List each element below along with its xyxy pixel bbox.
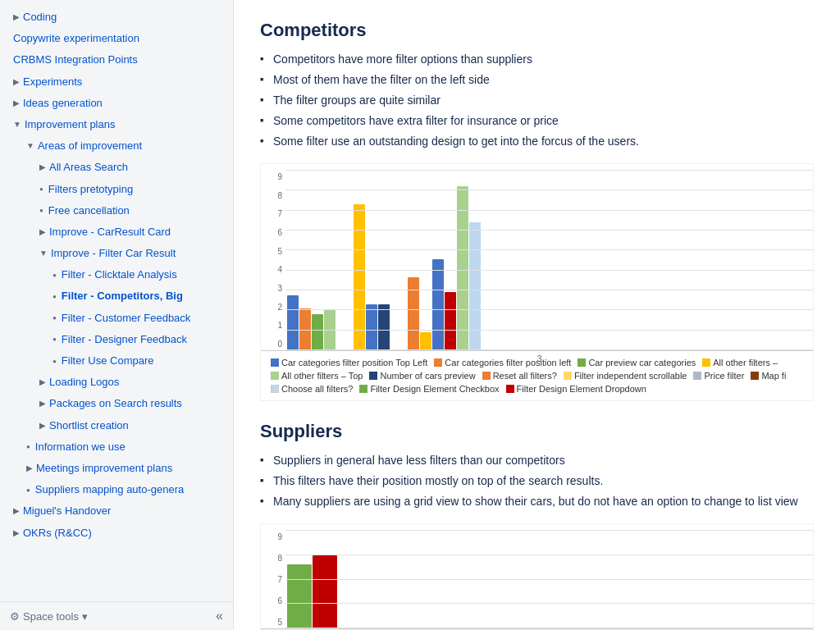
expand-icon: ▶ — [13, 527, 20, 539]
sidebar-item-areas-of-improvement[interactable]: ▼ Areas of improvement — [0, 135, 233, 157]
bar — [445, 292, 456, 350]
collapse-icon: ▼ — [39, 248, 48, 259]
legend-item: Price filter — [693, 371, 744, 381]
bar-group-1 — [287, 295, 336, 350]
sidebar-item-loading-logos[interactable]: ▶ Loading Logos — [0, 372, 233, 393]
main-content: Competitors Competitors have more filter… — [234, 0, 840, 630]
sidebar-item-information-we-use[interactable]: ● Information we use — [0, 436, 233, 458]
sidebar-item-meetings[interactable]: ▶ Meetings improvement plans — [0, 458, 233, 479]
bar — [313, 555, 337, 628]
legend-color — [564, 372, 572, 380]
expand-icon: ▶ — [39, 398, 46, 409]
bar — [354, 204, 365, 350]
legend-item: Filter independent scrollable — [564, 371, 687, 381]
bullet-item: Competitors have more filter options tha… — [260, 51, 814, 68]
legend-color — [702, 358, 710, 367]
expand-icon: ▶ — [13, 98, 20, 109]
legend-item: Choose all filters? — [271, 384, 353, 394]
expand-icon: ▶ — [26, 463, 33, 474]
bar — [366, 304, 377, 350]
legend-item: All other filters – Top — [271, 371, 363, 381]
bar — [432, 259, 444, 350]
legend-item: Number of cars preview — [369, 371, 475, 381]
sidebar-item-copywrite[interactable]: Copywrite experimentation — [0, 28, 233, 49]
space-tools-button[interactable]: ⚙ Space tools ▾ — [10, 610, 88, 623]
bullet-item: This filters have their position mostly … — [260, 472, 814, 490]
legend-color — [434, 358, 442, 367]
collapse-icon: ▼ — [13, 119, 21, 130]
sidebar-item-filters-pretotyping[interactable]: ● Filters pretotyping — [0, 179, 233, 200]
legend-item: Filter Design Element Dropdown — [506, 384, 646, 394]
suppliers-chart: 9 8 7 6 5 — [260, 523, 814, 630]
bar — [287, 564, 312, 628]
space-tools-icon: ⚙ — [10, 610, 20, 623]
collapse-sidebar-button[interactable]: « — [216, 609, 223, 623]
expand-icon: ▶ — [13, 11, 20, 23]
chart2-bars-area: 9 8 7 6 5 — [261, 531, 813, 629]
bar — [469, 222, 481, 350]
bullet-item: Some competitors have extra filter for i… — [260, 112, 814, 130]
sidebar-item-filter-customer[interactable]: ● Filter - Customer Feedback — [0, 308, 233, 329]
bullet-icon: ● — [52, 335, 57, 344]
bullet-item: Suppliers in general have less filters t… — [260, 452, 814, 469]
sidebar-item-okrs[interactable]: ▶ OKRs (R&CC) — [0, 523, 233, 544]
legend-item: Filter Design Element Checkbox — [359, 384, 499, 394]
expand-icon: ▶ — [39, 377, 46, 388]
competitors-chart: 9 8 7 6 5 4 3 2 1 0 — [260, 163, 814, 401]
sidebar-item-filter-designer[interactable]: ● Filter - Designer Feedback — [0, 329, 233, 350]
chevron-down-icon: ▾ — [82, 610, 88, 623]
bar-group-2 — [354, 204, 390, 350]
expand-icon: ▶ — [39, 226, 46, 238]
bullet-icon: ● — [52, 271, 57, 280]
expand-icon: ▶ — [13, 505, 20, 517]
sidebar-item-ideas-generation[interactable]: ▶ Ideas generation — [0, 93, 233, 114]
legend-color — [271, 358, 279, 367]
sidebar-item-filter-competitors[interactable]: ● Filter - Competitors, Big — [0, 285, 233, 307]
sidebar-item-experiments[interactable]: ▶ Experiments — [0, 71, 233, 93]
bullet-icon: ● — [52, 313, 57, 322]
sidebar-item-packages-search[interactable]: ▶ Packages on Search results — [0, 393, 233, 414]
sidebar-footer: ⚙ Space tools ▾ « — [0, 601, 233, 630]
legend-color — [751, 372, 759, 380]
legend-color — [506, 385, 514, 393]
bar — [408, 277, 419, 350]
sidebar-item-filter-use-compare[interactable]: ● Filter Use Compare — [0, 350, 233, 372]
suppliers-bullets: Suppliers in general have less filters t… — [260, 452, 814, 510]
sidebar-item-filter-clicktale[interactable]: ● Filter - Clicktale Analysis — [0, 264, 233, 285]
bar — [299, 308, 311, 350]
legend-item: Map fi — [751, 371, 786, 381]
bullet-icon: ● — [39, 185, 43, 194]
sidebar-item-miguels-handover[interactable]: ▶ Miguel's Handover — [0, 500, 233, 522]
bullet-icon: ● — [26, 486, 30, 495]
sidebar-item-free-cancellation[interactable]: ● Free cancellation — [0, 200, 233, 221]
sidebar-item-improvement-plans[interactable]: ▼ Improvement plans — [0, 114, 233, 135]
sidebar-item-improve-carresult[interactable]: ▶ Improve - CarResult Card — [0, 221, 233, 243]
collapse-icon: ▼ — [26, 140, 34, 152]
bullet-icon: ● — [52, 357, 57, 366]
legend-color — [271, 372, 279, 380]
sidebar-item-suppliers-mapping[interactable]: ● Suppliers mapping auto-genera — [0, 479, 233, 500]
legend-color — [359, 385, 368, 393]
legend-color — [482, 372, 491, 380]
sidebar-nav: ▶ Coding Copywrite experimentation CRBMS… — [0, 0, 233, 601]
bullet-item: Some filter use an outstanding design to… — [260, 133, 814, 150]
y-axis-2: 9 8 7 6 5 — [261, 531, 285, 628]
suppliers-title: Suppliers — [260, 421, 814, 442]
bullet-item: Many suppliers are using a grid view to … — [260, 493, 814, 510]
chart-bars-area: 9 8 7 6 5 4 3 2 1 0 — [261, 171, 813, 351]
sidebar-item-shortlist-creation[interactable]: ▶ Shortlist creation — [0, 415, 233, 436]
sidebar-item-coding[interactable]: ▶ Coding — [0, 7, 233, 28]
legend-item: Reset all filters? — [482, 371, 557, 381]
bar — [324, 310, 336, 350]
bullet-icon: ● — [39, 206, 43, 215]
bar — [420, 332, 431, 350]
sidebar-item-all-areas-search[interactable]: ▶ All Areas Search — [0, 157, 233, 178]
sidebar-item-improve-filter[interactable]: ▼ Improve - Filter Car Result — [0, 243, 233, 264]
bar — [312, 314, 323, 350]
legend-item: Car preview car categories — [578, 358, 696, 368]
legend-item: Car categories filter position Top Left — [271, 358, 427, 368]
sidebar-item-crbms[interactable]: CRBMS Integration Points — [0, 49, 233, 71]
bullet-icon: ● — [26, 442, 30, 451]
legend-color — [271, 385, 279, 393]
bullet-item: The filter groups are quite similar — [260, 92, 814, 109]
